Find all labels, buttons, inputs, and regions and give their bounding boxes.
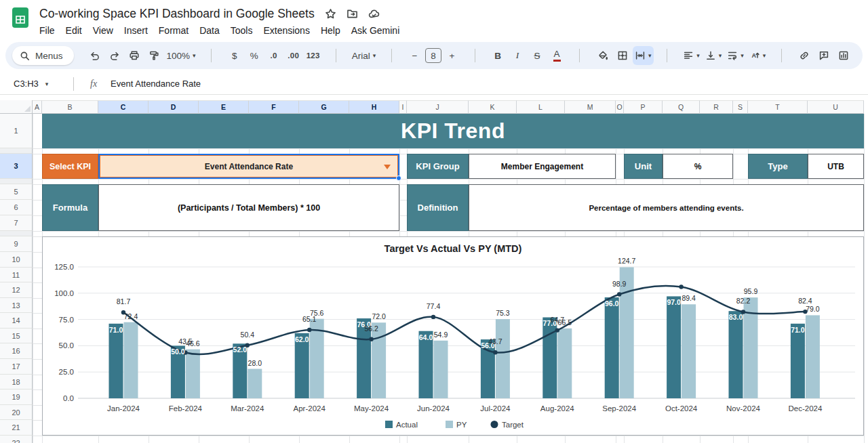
row-header-14[interactable]: 14 (0, 313, 33, 329)
print-icon[interactable] (125, 46, 144, 65)
column-header-H[interactable]: H (349, 100, 399, 114)
formula-input[interactable]: Event Attendance Rate (111, 79, 201, 89)
column-header-R[interactable]: R (700, 100, 733, 114)
row-header-11[interactable]: 11 (0, 268, 33, 282)
column-header-M[interactable]: M (565, 100, 616, 114)
paint-format-icon[interactable] (145, 46, 163, 65)
doc-title[interactable]: Co-working Space KPI Dashboard in Google… (39, 7, 315, 21)
row-header-4[interactable] (0, 179, 33, 184)
column-header-J[interactable]: J (407, 100, 469, 114)
cell-formula-label[interactable]: Formula (42, 184, 98, 231)
select-all-corner[interactable] (0, 100, 33, 114)
column-header-P[interactable]: P (624, 100, 663, 114)
row-header-21[interactable]: 21 (0, 420, 33, 436)
row-header-18[interactable]: 18 (0, 375, 33, 389)
cell-type-label[interactable]: Type (748, 154, 808, 179)
row-header-8[interactable] (0, 231, 33, 236)
percent-icon[interactable]: % (245, 46, 263, 65)
dropdown-arrow-icon[interactable] (384, 165, 391, 169)
text-wrap-icon[interactable]: ▾ (725, 46, 746, 65)
row-header-13[interactable]: 13 (0, 298, 33, 313)
menu-format[interactable]: Format (153, 23, 194, 38)
menus-button[interactable]: Menus (12, 46, 74, 65)
row-header-16[interactable]: 16 (0, 343, 33, 359)
vertical-align-icon[interactable]: ▾ (703, 46, 724, 65)
row-header-2[interactable] (0, 148, 33, 154)
cell-select-kpi-label[interactable]: Select KPI (42, 154, 98, 179)
move-icon[interactable] (347, 8, 358, 20)
bold-icon[interactable]: B (489, 46, 507, 65)
link-icon[interactable] (795, 46, 814, 65)
row-header-20[interactable]: 20 (0, 405, 33, 420)
column-header-D[interactable]: D (149, 100, 199, 114)
name-box[interactable]: C3:H3 ▾ (9, 79, 72, 89)
currency-icon[interactable]: $ (225, 46, 243, 65)
decrease-decimal-icon[interactable]: .0 (264, 46, 283, 65)
font-size-input[interactable]: 8 (425, 48, 441, 63)
fill-handle[interactable] (396, 175, 401, 181)
row-header-6[interactable]: 6 (0, 200, 33, 215)
fill-color-icon[interactable] (593, 46, 612, 65)
row-header-12[interactable]: 12 (0, 282, 33, 298)
text-rotation-icon[interactable]: A▾ (747, 46, 768, 65)
borders-icon[interactable] (613, 46, 631, 65)
cell-unit-value[interactable]: % (663, 154, 733, 179)
column-header-K[interactable]: K (469, 100, 517, 114)
menu-help[interactable]: Help (315, 23, 346, 38)
column-header-A[interactable]: A (33, 100, 42, 114)
align-left-icon[interactable]: ▾ (681, 46, 702, 65)
column-header-C[interactable]: C (98, 100, 149, 114)
cell-kpi-dropdown[interactable]: Event Attendance Rate (98, 154, 399, 179)
column-header-U[interactable]: U (808, 100, 864, 114)
text-color-icon[interactable]: A (548, 46, 566, 65)
column-header-G[interactable]: G (299, 100, 349, 114)
column-header-B[interactable]: B (42, 100, 98, 114)
row-header-19[interactable]: 19 (0, 389, 33, 405)
cloud-status-icon[interactable] (368, 8, 380, 20)
number-format-icon[interactable]: 123 (304, 46, 322, 65)
insert-chart-icon[interactable] (835, 46, 853, 65)
strikethrough-icon[interactable]: S (528, 46, 547, 65)
column-header-I[interactable]: I (399, 100, 407, 114)
column-header-E[interactable]: E (199, 100, 249, 114)
increase-decimal-icon[interactable]: .00 (284, 46, 302, 65)
cell-definition-label[interactable]: Definition (407, 184, 469, 231)
redo-icon[interactable] (106, 46, 124, 65)
zoom-select[interactable]: 100%▾ (165, 46, 198, 65)
column-header-O[interactable]: O (616, 100, 624, 114)
menu-extensions[interactable]: Extensions (258, 23, 315, 38)
cell-kpi-group-value[interactable]: Member Engagement (469, 154, 616, 179)
font-select[interactable]: Arial▾ (350, 46, 378, 65)
cell-unit-label[interactable]: Unit (624, 154, 663, 179)
cell-type-value[interactable]: UTB (808, 154, 864, 179)
menu-file[interactable]: File (34, 23, 60, 38)
star-icon[interactable] (325, 8, 336, 20)
menu-data[interactable]: Data (194, 23, 225, 38)
cell-banner[interactable]: KPI Trend (42, 114, 864, 148)
row-header-10[interactable]: 10 (0, 252, 33, 268)
decrease-font-icon[interactable]: − (406, 46, 424, 65)
column-header-F[interactable]: F (249, 100, 299, 114)
merge-cells-icon[interactable]: ▾ (633, 46, 654, 65)
increase-font-icon[interactable]: + (443, 46, 461, 65)
column-header-Q[interactable]: Q (663, 100, 700, 114)
column-header-T[interactable]: T (748, 100, 808, 114)
menu-view[interactable]: View (87, 23, 119, 38)
column-header-S[interactable]: S (733, 100, 748, 114)
row-header-3[interactable]: 3 (0, 154, 33, 179)
row-header-7[interactable]: 7 (0, 215, 33, 231)
row-header-1[interactable]: 1 (0, 114, 33, 148)
row-header-9[interactable]: 9 (0, 236, 33, 252)
row-header-15[interactable]: 15 (0, 329, 33, 343)
undo-icon[interactable] (86, 46, 104, 65)
menu-insert[interactable]: Insert (119, 23, 153, 38)
sheets-logo[interactable] (11, 6, 30, 29)
row-header-5[interactable]: 5 (0, 184, 33, 200)
row-header-22[interactable]: 22 (0, 436, 33, 443)
menu-tools[interactable]: Tools (225, 23, 258, 38)
cell-definition-value[interactable]: Percentage of members attending events. (469, 184, 864, 231)
add-comment-icon[interactable] (815, 46, 833, 65)
menu-edit[interactable]: Edit (60, 23, 87, 38)
column-header-L[interactable]: L (517, 100, 565, 114)
row-header-17[interactable]: 17 (0, 359, 33, 375)
